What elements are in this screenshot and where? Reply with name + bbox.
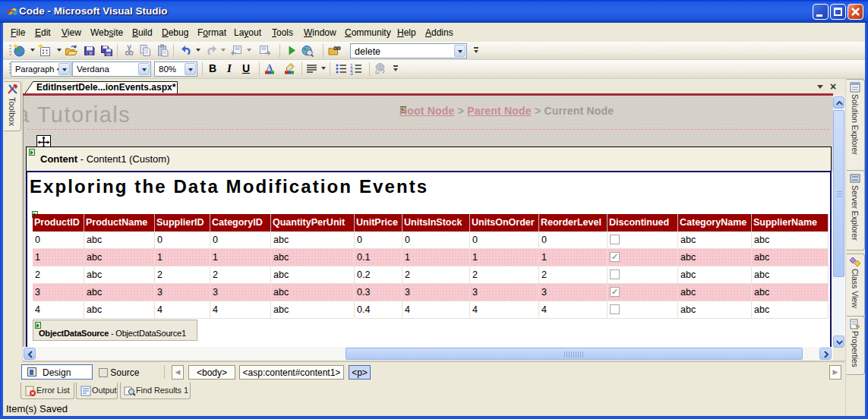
svg-text:A: A (267, 62, 273, 73)
svg-text:3: 3 (350, 71, 353, 76)
